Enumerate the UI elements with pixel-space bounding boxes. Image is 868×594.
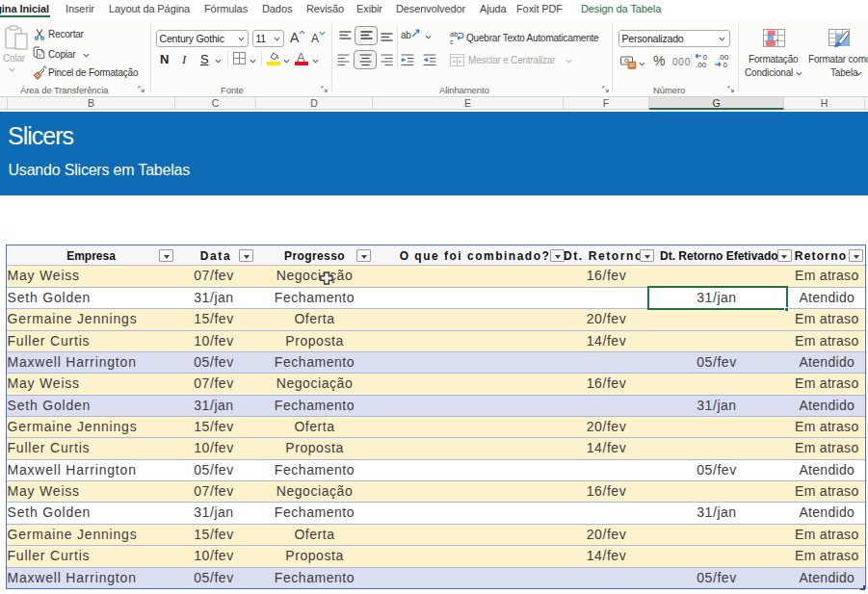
svg-text:.00: .00 bbox=[696, 61, 707, 68]
svg-text:c: c bbox=[450, 38, 454, 45]
svg-text:0: 0 bbox=[723, 61, 728, 68]
